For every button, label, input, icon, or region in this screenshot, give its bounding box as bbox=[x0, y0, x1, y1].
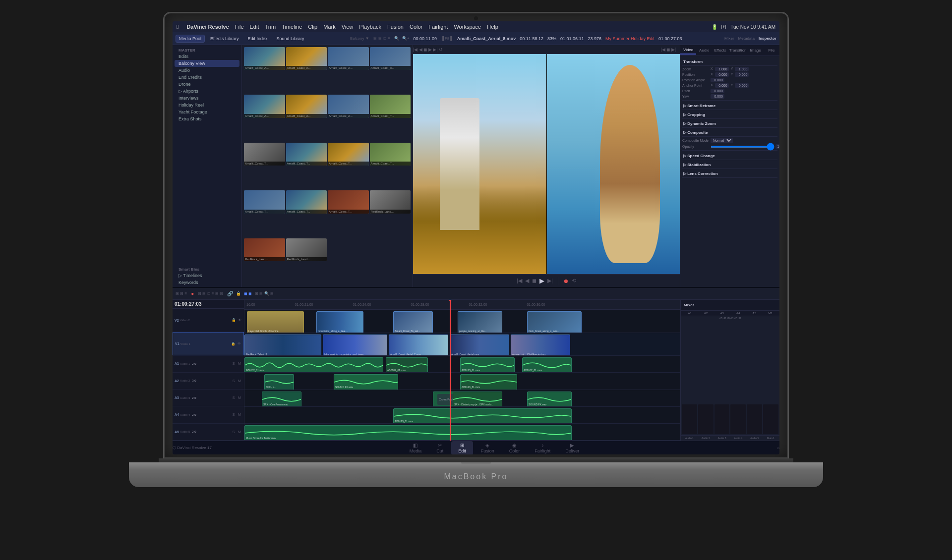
menu-playback[interactable]: Playback bbox=[359, 24, 381, 30]
apple-logo-icon[interactable]:  bbox=[177, 23, 178, 30]
thumbnail-4[interactable]: Amalfi_Coast_A... bbox=[244, 95, 285, 117]
page-tab-home[interactable]: ⌂ bbox=[777, 446, 779, 450]
sidebar-item-holiday-reel[interactable]: Holiday Reel bbox=[175, 102, 239, 109]
v1-clip-3[interactable]: Amalfi_Coast_Aerial_7.mov bbox=[389, 335, 448, 356]
menu-fusion[interactable]: Fusion bbox=[387, 24, 404, 30]
a2-clip-3[interactable]: AB0113_81.mov bbox=[460, 374, 517, 390]
track-a3-s[interactable]: S bbox=[231, 396, 236, 399]
a2-clip-1[interactable]: SFX - a... bbox=[264, 374, 294, 390]
app-name[interactable]: DaVinci Resolve bbox=[186, 24, 229, 30]
thumbnail-9[interactable]: Amalfi_Coast_T... bbox=[286, 143, 327, 166]
thumbnail-5[interactable]: Amalfi_Coast_A... bbox=[286, 95, 327, 117]
anchor-y[interactable]: 0.000 bbox=[735, 83, 749, 88]
thumbnail-0[interactable]: Amalfi_Coast_A... bbox=[244, 47, 285, 70]
track-v1-visible[interactable]: 👁 bbox=[237, 342, 241, 346]
a1-clip-3[interactable]: AB0113_01.mov bbox=[460, 357, 515, 373]
thumbnail-16[interactable]: RedRock_Land... bbox=[244, 238, 285, 261]
inspector-dynamic-zoom-title[interactable]: ▷ Dynamic Zoom bbox=[682, 120, 777, 128]
yaw-val[interactable]: 0.000 bbox=[711, 94, 724, 99]
thumbnail-13[interactable]: Amalfi_Coast_T... bbox=[286, 190, 327, 213]
pitch-val[interactable]: 0.000 bbox=[711, 89, 724, 93]
a3-clip-1[interactable]: SFX - OverPeace.wav bbox=[262, 392, 301, 407]
tab-effects-library[interactable]: Effects Library bbox=[207, 35, 242, 43]
inspector-lens-correction-title[interactable]: ▷ Lens Correction bbox=[682, 170, 777, 178]
menu-help[interactable]: Help bbox=[487, 24, 498, 30]
transport-play-btn[interactable]: ▶ bbox=[539, 277, 544, 284]
v2-title-clip[interactable]: Layer 3rd Simple Underline bbox=[247, 311, 304, 333]
transport-prev-btn[interactable]: |◀ bbox=[517, 278, 522, 284]
transport-stop-btn[interactable]: ◼ bbox=[532, 278, 536, 284]
sidebar-item-timelines[interactable]: ▷ Timelines bbox=[175, 272, 239, 279]
zoom-y[interactable]: 1.000 bbox=[735, 67, 749, 71]
inspector-composite-title[interactable]: ▷ Composite bbox=[682, 129, 777, 137]
playhead[interactable] bbox=[450, 300, 451, 441]
track-a2-m[interactable]: M bbox=[237, 379, 242, 383]
menu-view[interactable]: View bbox=[342, 24, 354, 30]
tab-media-pool[interactable]: Media Pool bbox=[176, 35, 205, 43]
sidebar-item-drone[interactable]: Drone bbox=[175, 81, 239, 88]
track-v1-lock[interactable]: 🔒 bbox=[231, 342, 236, 346]
track-a3-m[interactable]: M bbox=[237, 396, 242, 399]
track-a1-s[interactable]: S bbox=[231, 362, 236, 365]
a4-clip-1[interactable]: AB0113_01.mov bbox=[393, 408, 572, 424]
timeline-link-icon[interactable]: 🔗 bbox=[227, 291, 233, 296]
track-a2-row[interactable]: SFX - a... SOUND FX.wav bbox=[244, 373, 680, 390]
transport-back-btn[interactable]: ◀ bbox=[525, 278, 529, 284]
track-v2-row[interactable]: Layer 3rd Simple Underline mountains_alo… bbox=[244, 310, 680, 333]
thumbnail-11[interactable]: Amalfi_Coast_T... bbox=[370, 143, 411, 166]
thumbnail-2[interactable]: Amalfi_Coast_A... bbox=[328, 47, 369, 70]
track-a2-s[interactable]: S bbox=[231, 379, 236, 383]
tab-edit-index[interactable]: Edit Index bbox=[244, 35, 271, 43]
sidebar-item-end-credits[interactable]: End Credits bbox=[175, 74, 239, 81]
opacity-slider[interactable] bbox=[711, 146, 774, 148]
thumbnail-1[interactable]: Amalfi_Coast_A... bbox=[286, 47, 327, 70]
v2-clip-4[interactable]: thick_forest_along_a_lake... bbox=[527, 311, 582, 333]
track-v2-lock[interactable]: 🔒 bbox=[231, 318, 236, 322]
sidebar-item-extra[interactable]: Extra Shots bbox=[175, 115, 239, 122]
v1-clip-2[interactable]: lake_next_to_mountains_and_trees... bbox=[323, 335, 387, 356]
timeline-zoom-tools[interactable]: ⊞ ⊟ 🔍 ⊞ bbox=[255, 291, 274, 296]
menu-color[interactable]: Color bbox=[410, 24, 422, 30]
thumbnail-7[interactable]: Amalfi_Coast_T... bbox=[370, 95, 411, 117]
a5-clip-1[interactable]: Music Score for Trailer.mov bbox=[244, 425, 572, 441]
preview-transport[interactable]: |◀ ◀ ◼ ▶ ▶| ↺ bbox=[413, 47, 443, 52]
a1-clip-2[interactable]: AB0102_01.mov bbox=[386, 357, 428, 373]
transport-loop-btn[interactable]: ⟲ bbox=[572, 278, 576, 284]
sidebar-item-audio[interactable]: Audio bbox=[175, 67, 239, 74]
a2-clip-2[interactable]: SOUND FX.wav bbox=[334, 374, 398, 390]
track-a5-m[interactable]: M bbox=[237, 430, 242, 434]
track-v2-visible[interactable]: 👁 bbox=[237, 318, 242, 322]
zoom-x[interactable]: 1.000 bbox=[715, 67, 729, 71]
inspector-tab-effects[interactable]: Effects bbox=[712, 47, 728, 54]
inspector-tab-transition[interactable]: Transition bbox=[728, 47, 748, 54]
thumbnail-15[interactable]: RedRock_Land... bbox=[370, 190, 411, 213]
page-tab-deliver[interactable]: ▶ Deliver bbox=[558, 441, 586, 455]
preview-end-controls[interactable]: |◀ ◼ ▶| bbox=[660, 47, 676, 52]
a1-clip-4[interactable]: AB0102_01.mov bbox=[522, 357, 572, 373]
menu-file[interactable]: File bbox=[235, 24, 244, 30]
thumbnail-14[interactable]: Amalfi_Coast_T... bbox=[328, 190, 369, 213]
mixer-btn[interactable]: Mixer bbox=[724, 36, 734, 41]
transport-next-btn[interactable]: ▶| bbox=[547, 278, 553, 284]
page-tab-color[interactable]: ◉ Color bbox=[502, 441, 527, 455]
inspector-tab-file[interactable]: File bbox=[764, 47, 779, 54]
thumbnail-17[interactable]: RedRock_Land... bbox=[286, 238, 327, 261]
thumbnail-6[interactable]: Amalfi_Coast_A... bbox=[328, 95, 369, 117]
metadata-btn[interactable]: Metadata bbox=[738, 36, 755, 41]
v2-clip-2[interactable]: Amalfi_Coast_To_set... bbox=[393, 311, 433, 333]
sidebar-item-interviews[interactable]: Interviews bbox=[175, 95, 239, 102]
menu-edit[interactable]: Edit bbox=[250, 24, 259, 30]
anchor-x[interactable]: 0.000 bbox=[715, 83, 729, 88]
thumbnail-8[interactable]: Amalfi_Coast_T... bbox=[244, 143, 285, 166]
tab-sound-library[interactable]: Sound Library bbox=[273, 35, 307, 43]
inspector-cropping-title[interactable]: ▷ Cropping bbox=[682, 111, 777, 119]
v1-clip-1[interactable]: RedRock_Talent_3... bbox=[244, 335, 321, 356]
inspector-speed-change-title[interactable]: ▷ Speed Change bbox=[682, 152, 777, 160]
page-tab-fairlight[interactable]: ♪ Fairlight bbox=[528, 441, 557, 455]
transport-record-btn[interactable]: ⏺ bbox=[563, 278, 569, 284]
timeline-marker-tools[interactable]: ◼ ◼ bbox=[244, 291, 252, 296]
timeline-lock-icon[interactable]: 🔒 bbox=[236, 291, 241, 296]
track-a5-row[interactable]: Music Score for Trailer.mov bbox=[244, 424, 680, 441]
inspector-tab-image[interactable]: Image bbox=[748, 47, 764, 54]
page-tab-edit[interactable]: ⊞ Edit bbox=[451, 441, 473, 455]
